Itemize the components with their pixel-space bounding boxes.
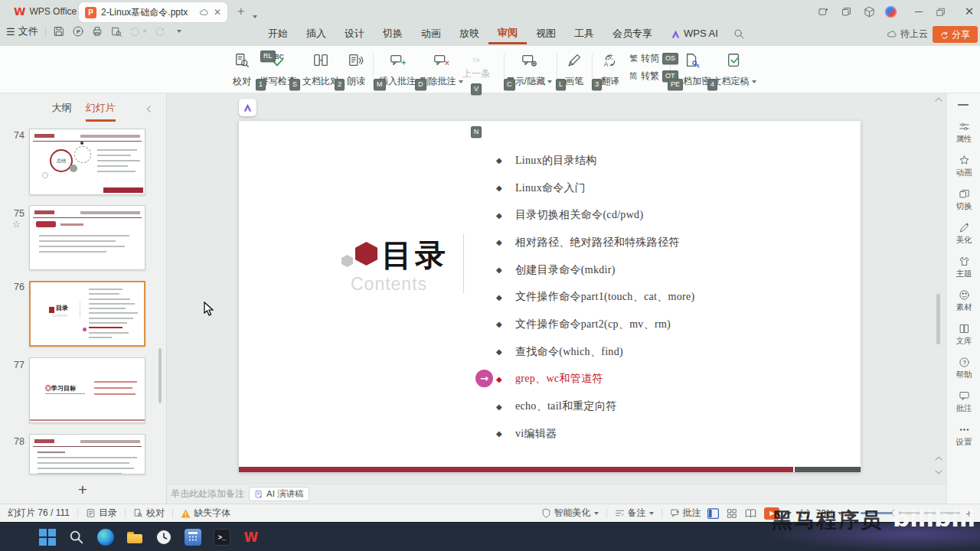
menu-view[interactable]: 视图: [527, 23, 565, 44]
translate-button[interactable]: 3 文A 翻译: [595, 51, 626, 89]
toc-item[interactable]: ◆echo、tail和重定向符: [496, 393, 841, 420]
toc-item[interactable]: ◆Linux命令入门: [496, 174, 841, 202]
toc-item[interactable]: ◆创建目录命令(mkdir): [496, 256, 841, 284]
menu-transition[interactable]: 切换: [374, 23, 412, 44]
tab-list-caret-icon[interactable]: [253, 10, 257, 21]
smart-beautify-button[interactable]: 智能美化: [541, 507, 599, 520]
terminal-icon[interactable]: >_: [214, 529, 230, 546]
menu-insert[interactable]: 插入: [297, 23, 335, 44]
doc-compare-button[interactable]: 2 文档比对: [300, 51, 341, 89]
slide-thumbnail-77[interactable]: ◎学习目标: [29, 357, 145, 423]
wps-ai-floating-button[interactable]: [239, 99, 256, 116]
sidebar-item-animation[interactable]: 动画: [947, 155, 980, 178]
sidebar-item-theme[interactable]: 主题: [947, 256, 980, 279]
menu-start[interactable]: 开始: [259, 23, 297, 44]
collapse-panel-icon[interactable]: [144, 104, 154, 114]
print-preview-icon[interactable]: [110, 25, 122, 37]
close-button[interactable]: ✕: [959, 0, 980, 23]
sidebar-item-settings[interactable]: 设置: [947, 424, 980, 448]
insert-comment-button[interactable]: M 插入批注: [377, 51, 418, 89]
notes-toggle-button[interactable]: 备注: [615, 507, 654, 520]
show-hide-comment-button[interactable]: C 显示/隐藏: [507, 51, 551, 89]
proofread-status[interactable]: 校对: [133, 507, 165, 520]
save-icon[interactable]: [53, 25, 65, 37]
toc-item[interactable]: ◆Linux的目录结构: [496, 147, 841, 174]
menu-design[interactable]: 设计: [335, 23, 374, 44]
assistant-icon[interactable]: [818, 6, 829, 18]
sidebar-item-library[interactable]: 文库: [947, 323, 980, 347]
normal-view-button[interactable]: [707, 508, 719, 519]
sidebar-item-comments[interactable]: 批注: [947, 390, 980, 414]
wps-taskbar-icon[interactable]: W: [243, 529, 260, 546]
search-icon[interactable]: [733, 28, 745, 40]
tab-slides[interactable]: 幻灯片: [86, 101, 116, 122]
file-menu[interactable]: ☰文件: [6, 24, 38, 38]
toc-item[interactable]: ◆目录切换相关命令(cd/pwd): [496, 201, 841, 229]
proofread-button[interactable]: 校对: [227, 51, 257, 89]
wps-sphere-icon[interactable]: [885, 6, 897, 18]
editor-canvas[interactable]: 目录 Contents ◆Linux的目录结构 ◆Linux命令入门 ◆目录切换…: [168, 93, 946, 484]
menu-animation[interactable]: 动画: [412, 23, 450, 44]
calculator-icon[interactable]: [185, 529, 201, 546]
collapse-sidebar-icon[interactable]: [958, 104, 969, 106]
tab-outline[interactable]: 大纲: [52, 101, 72, 122]
menu-wps-ai[interactable]: WPS AI: [662, 23, 727, 44]
slide-subtitle[interactable]: Contents: [351, 274, 427, 295]
file-explorer-icon[interactable]: [126, 529, 143, 546]
missing-font-warning[interactable]: 缺失字体: [181, 507, 230, 520]
menu-tools[interactable]: 工具: [565, 23, 603, 44]
toc-pane-toggle[interactable]: 目录: [86, 507, 117, 520]
slide-title[interactable]: 目录: [381, 234, 449, 276]
finalize-button[interactable]: 4 文档定稿: [712, 51, 756, 89]
prev-comment-button[interactable]: 上一条 V: [462, 57, 490, 95]
menu-review[interactable]: 审阅: [488, 23, 527, 44]
panel-scrollbar[interactable]: [158, 348, 162, 403]
slide-thumbnail-74[interactable]: 总结: [29, 129, 145, 195]
prev-slide-chevron-icon[interactable]: [934, 455, 943, 462]
notes-placeholder[interactable]: 单击此处添加备注: [171, 487, 244, 500]
pen-button[interactable]: L 画笔: [559, 51, 590, 89]
start-button[interactable]: [39, 529, 56, 546]
delete-comment-button[interactable]: D 删除批注: [418, 51, 464, 89]
search-icon[interactable]: [68, 529, 85, 546]
slide-thumbnail-75[interactable]: [29, 205, 145, 270]
slide-canvas[interactable]: 目录 Contents ◆Linux的目录结构 ◆Linux命令入门 ◆目录切换…: [239, 121, 861, 472]
slide-sorter-view-button[interactable]: [727, 508, 737, 519]
ai-speech-button[interactable]: AI 演讲稿: [249, 487, 309, 501]
export-pdf-icon[interactable]: P: [72, 25, 84, 37]
quickbar-more-caret-icon[interactable]: [177, 30, 181, 33]
next-slide-chevron-icon[interactable]: [934, 468, 943, 476]
read-aloud-button[interactable]: 朗读: [341, 51, 371, 89]
edge-browser-icon[interactable]: [97, 529, 114, 546]
restore-button[interactable]: [936, 0, 946, 23]
cube-icon[interactable]: [864, 6, 875, 18]
new-tab-button[interactable]: +: [237, 5, 244, 18]
tab-close-icon[interactable]: ✕: [214, 7, 221, 18]
undo-button[interactable]: [129, 26, 147, 37]
clock-app-icon[interactable]: [155, 529, 172, 546]
minimize-button[interactable]: ─: [908, 0, 929, 23]
menu-slideshow[interactable]: 放映: [450, 23, 488, 44]
toc-item-active[interactable]: ◆grep、wc和管道符: [496, 366, 841, 393]
sidebar-item-properties[interactable]: 属性: [947, 121, 980, 145]
share-button[interactable]: 分享: [933, 26, 978, 43]
windows-stack-icon[interactable]: [841, 6, 852, 18]
cloud-status[interactable]: 待上云: [887, 28, 928, 41]
comments-toggle-button[interactable]: 批注: [670, 507, 701, 520]
sidebar-item-help[interactable]: ? 帮助: [947, 357, 980, 380]
document-tab[interactable]: P 2-Linux基础命令.pptx ✕: [79, 2, 227, 22]
redo-button[interactable]: [154, 26, 165, 37]
to-simplified-button[interactable]: 繁 转简 OS: [629, 52, 678, 65]
spellcheck-button[interactable]: RL 1 S ABC 拼写检查: [256, 51, 300, 89]
print-icon[interactable]: [91, 25, 103, 37]
slide-thumbnail-78[interactable]: [29, 434, 145, 474]
sidebar-item-transition[interactable]: 切换: [947, 188, 980, 212]
menu-member[interactable]: 会员专享: [603, 23, 662, 44]
toc-list[interactable]: ◆Linux的目录结构 ◆Linux命令入门 ◆目录切换相关命令(cd/pwd)…: [496, 147, 841, 448]
toc-item[interactable]: ◆vi编辑器: [496, 420, 841, 448]
sidebar-item-assets[interactable]: 素材: [947, 289, 980, 313]
slide-thumbnail-76-selected[interactable]: 目录 Contents: [29, 281, 145, 347]
toc-item[interactable]: ◆相对路径、绝对路径和特殊路径符: [496, 229, 841, 256]
scroll-up-icon[interactable]: [934, 96, 943, 103]
toc-item[interactable]: ◆文件操作命令part2(cp、mv、rm): [496, 311, 841, 338]
